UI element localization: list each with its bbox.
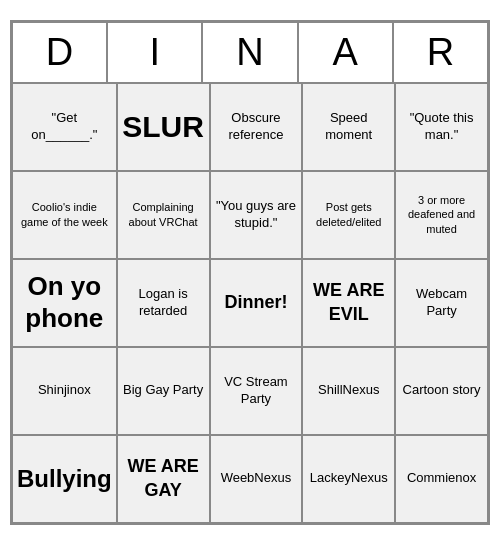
bingo-cell: Coolio's indie game of the week [12,171,117,259]
bingo-card: DINAR "Get on______."SLURObscure referen… [10,20,490,525]
bingo-cell: Big Gay Party [117,347,210,435]
bingo-cell: Dinner! [210,259,303,347]
bingo-cell: WeebNexus [210,435,303,523]
bingo-cell: ShillNexus [302,347,395,435]
bingo-cell: LackeyNexus [302,435,395,523]
bingo-cell: Complaining about VRChat [117,171,210,259]
bingo-cell: Logan is retarded [117,259,210,347]
bingo-cell: Cartoon story [395,347,488,435]
bingo-cell: 3 or more deafened and muted [395,171,488,259]
bingo-header: DINAR [12,22,488,83]
bingo-cell: Speed moment [302,83,395,171]
bingo-cell: On yo phone [12,259,117,347]
bingo-cell: SLUR [117,83,210,171]
bingo-cell: Bullying [12,435,117,523]
header-letter: I [107,22,202,83]
bingo-cell: VC Stream Party [210,347,303,435]
bingo-cell: WE ARE GAY [117,435,210,523]
header-letter: N [202,22,297,83]
header-letter: R [393,22,488,83]
header-letter: A [298,22,393,83]
bingo-cell: WE ARE EVIL [302,259,395,347]
bingo-cell: "Get on______." [12,83,117,171]
bingo-cell: Shinjinox [12,347,117,435]
bingo-cell: "Quote this man." [395,83,488,171]
bingo-cell: Post gets deleted/elited [302,171,395,259]
bingo-cell: Obscure reference [210,83,303,171]
bingo-cell: Commienox [395,435,488,523]
bingo-cell: "You guys are stupid." [210,171,303,259]
bingo-cell: Webcam Party [395,259,488,347]
header-letter: D [12,22,107,83]
bingo-grid: "Get on______."SLURObscure referenceSpee… [12,83,488,523]
